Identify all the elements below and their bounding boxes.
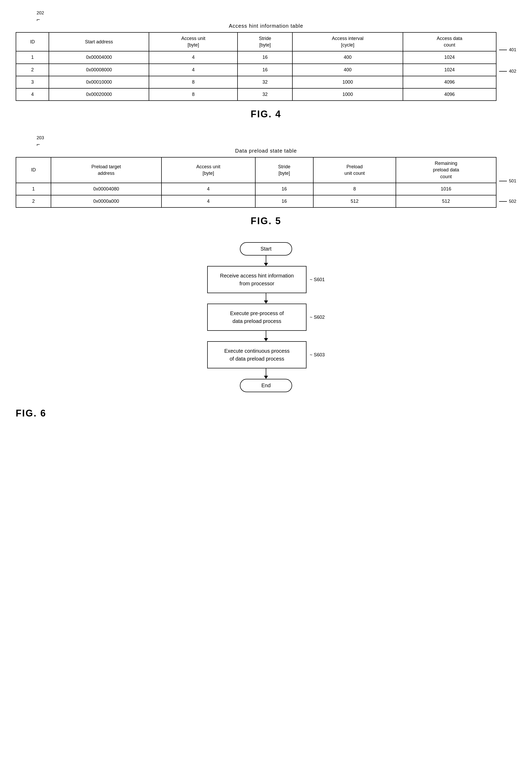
flow-arrow-2 [264, 293, 268, 304]
fig4-r3-count: 4096 [403, 76, 496, 88]
fig4-r3-unit: 8 [149, 76, 237, 88]
fig4-brace-icon: ⌐ [37, 17, 40, 22]
fig4-r1-stride: 16 [237, 51, 293, 63]
fig6-step-s603-label: Execute continuous processof data preloa… [224, 348, 290, 362]
fig4-ref-402-label: 402 [509, 69, 516, 74]
fig6-step-s601-id: ~ S601 [310, 277, 325, 282]
flow-arrow-4 [264, 368, 268, 379]
fig5-ref-502: 502 [499, 199, 516, 204]
fig6-step-s601-row: Receive access hint informationfrom proc… [207, 266, 325, 293]
fig5-r2-id: 2 [16, 195, 51, 207]
fig4-col-start-addr: Start address [49, 32, 149, 51]
fig5-col-access-unit: Access unit[byte] [162, 157, 255, 183]
fig6-caption: FIG. 6 [16, 408, 46, 419]
fig5-ref-501-label: 501 [509, 178, 516, 184]
fig4-r2-interval: 400 [293, 64, 403, 76]
fig5-r2-stride: 16 [255, 195, 313, 207]
flow-arrow-1 [264, 255, 268, 266]
fig5-r1-remaining: 1016 [396, 183, 496, 195]
fig4-row-3: 3 0x00010000 8 32 1000 4096 [16, 76, 496, 88]
fig5-ref-501-line-icon [499, 181, 507, 181]
fig4-r4-stride: 32 [237, 88, 293, 101]
fig4-r1-start: 0x00004000 [49, 51, 149, 63]
fig5-col-preload-unit: Preloadunit count [313, 157, 396, 183]
fig5-brace-icon: ⌐ [37, 142, 40, 147]
fig6-flowchart: Start Receive access hint informationfro… [175, 242, 357, 392]
fig5-r1-unit: 4 [162, 183, 255, 195]
fig5-col-remaining: Remainingpreload datacount [396, 157, 496, 183]
fig4-ref-number: 202 [37, 10, 44, 16]
fig6-step-s603-row: Execute continuous processof data preloa… [207, 341, 325, 368]
fig4-row-1: 1 0x00004000 4 16 400 1024 [16, 51, 496, 63]
fig6-step-s602-label: Execute pre-process ofdata preload proce… [230, 311, 284, 324]
fig5-table: ID Preload targetaddress Access unit[byt… [16, 157, 497, 208]
fig5-ref-502-label: 502 [509, 199, 516, 204]
flow-arrow-4-line [266, 368, 266, 376]
fig4-section: 202 ⌐ Access hint information table ID S… [16, 10, 516, 120]
flow-arrow-2-line [266, 293, 266, 301]
fig5-r1-addr: 0x00004080 [51, 183, 162, 195]
fig4-ref-402-line-icon [499, 71, 507, 71]
fig5-r2-addr: 0x0000a000 [51, 195, 162, 207]
fig4-r2-count: 1024 [403, 64, 496, 76]
fig4-row-2: 2 0x00008000 4 16 400 1024 [16, 64, 496, 76]
fig4-r2-unit: 4 [149, 64, 237, 76]
fig4-r4-interval: 1000 [293, 88, 403, 101]
flow-arrow-4-head-icon [264, 376, 268, 379]
fig6-section: Start Receive access hint informationfro… [16, 242, 516, 419]
fig4-r1-id: 1 [16, 51, 49, 63]
fig6-step-s603-id: ~ S603 [310, 352, 325, 358]
flow-arrow-1-line [266, 255, 266, 263]
fig4-title: Access hint information table [16, 23, 516, 29]
fig6-step-s601-box: Receive access hint informationfrom proc… [207, 266, 307, 293]
flow-end-box: End [240, 379, 292, 392]
fig4-col-id: ID [16, 32, 49, 51]
fig4-r3-id: 3 [16, 76, 49, 88]
fig4-row-4: 4 0x00020000 8 32 1000 4096 [16, 88, 496, 101]
fig4-ref-402: 402 [499, 69, 516, 74]
fig4-r3-start: 0x00010000 [49, 76, 149, 88]
fig4-ref-401-line-icon [499, 50, 507, 50]
flow-arrow-3-line [266, 331, 266, 338]
fig6-flowchart-area: Start Receive access hint informationfro… [16, 242, 516, 392]
flow-start-box: Start [240, 242, 292, 255]
fig5-ref-501: 501 [499, 178, 516, 184]
fig6-step-s603-box: Execute continuous processof data preloa… [207, 341, 307, 368]
fig4-table: ID Start address Access unit[byte] Strid… [16, 32, 497, 101]
fig5-col-stride: Stride[byte] [255, 157, 313, 183]
fig4-col-stride: Stride[byte] [237, 32, 293, 51]
fig5-r1-id: 1 [16, 183, 51, 195]
fig5-table-wrapper: ID Preload targetaddress Access unit[byt… [16, 157, 497, 208]
fig4-header-row: ID Start address Access unit[byte] Strid… [16, 32, 496, 51]
fig4-r2-stride: 16 [237, 64, 293, 76]
fig6-step-s602-id: ~ S602 [310, 315, 325, 320]
fig4-r1-count: 1024 [403, 51, 496, 63]
flow-arrow-3-head-icon [264, 338, 268, 341]
fig5-r1-count: 8 [313, 183, 396, 195]
fig5-row-refs: 501 502 [497, 157, 516, 208]
fig5-r1-stride: 16 [255, 183, 313, 195]
fig6-step-s602-box: Execute pre-process ofdata preload proce… [207, 304, 307, 331]
fig4-r4-id: 4 [16, 88, 49, 101]
fig4-r4-start: 0x00020000 [49, 88, 149, 101]
fig4-r4-unit: 8 [149, 88, 237, 101]
fig4-table-wrapper: ID Start address Access unit[byte] Strid… [16, 32, 497, 101]
fig4-r2-id: 2 [16, 64, 49, 76]
fig5-ref-502-line-icon [499, 201, 507, 202]
fig4-r1-interval: 400 [293, 51, 403, 63]
flow-arrow-1-head-icon [264, 263, 268, 266]
fig4-row-refs: 401 402 [497, 32, 516, 101]
fig4-caption: FIG. 4 [16, 109, 516, 120]
fig4-table-area: ID Start address Access unit[byte] Strid… [16, 32, 516, 101]
fig5-row-1: 1 0x00004080 4 16 8 1016 [16, 183, 496, 195]
fig4-col-access-interval: Access interval[cycle] [293, 32, 403, 51]
fig4-col-access-unit: Access unit[byte] [149, 32, 237, 51]
fig5-r2-unit: 4 [162, 195, 255, 207]
fig4-ref-401-label: 401 [509, 47, 516, 52]
flow-arrow-2-head-icon [264, 301, 268, 304]
fig5-col-id: ID [16, 157, 51, 183]
fig5-title: Data preload state table [16, 148, 516, 154]
fig6-step-s602-row: Execute pre-process ofdata preload proce… [207, 304, 325, 331]
fig5-header-row: ID Preload targetaddress Access unit[byt… [16, 157, 496, 183]
fig4-r2-start: 0x00008000 [49, 64, 149, 76]
